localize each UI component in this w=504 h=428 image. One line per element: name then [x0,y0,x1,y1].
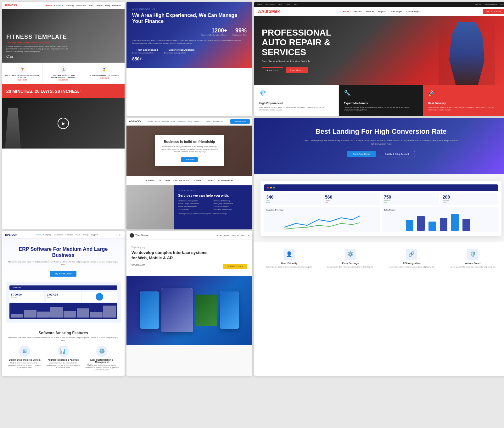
epsilon-feature-1: ⊞ Built-in Drag and drop System Morbi in… [7,346,42,371]
automex-main-nav-services[interactable]: Services [366,10,374,13]
landing-chart-2-title: Sales Report [384,209,496,211]
epsilon-twitter-icon[interactable]: t [116,234,116,236]
automex-service-1-icon: 💎 [259,90,269,100]
landing-stat-4-num: 288 [443,194,496,200]
automex-service-2-title: Expert Mechanics [344,102,418,105]
fitness-nav-about[interactable]: About Us [54,4,63,7]
agencio-challenge-text: Challenges unique opportunities in disgu… [178,213,248,215]
epsilon-nav-team[interactable]: Team [76,234,80,236]
startup-tag: Digital Agency [132,246,247,248]
startup-card: The Startup Home About Services Blog ✕ D… [126,231,252,376]
landing-stat-1: 340 Users +12% [264,193,321,205]
epsilon-nav-pricing[interactable]: Pricing [83,234,88,236]
epsilon-features-title: Software Amazing Features [7,331,120,335]
fitness-feature-3-link[interactable]: CLICK HERE [87,77,122,79]
finance-feature-1: → High Experienced Donec nec justo eget … [132,48,158,54]
automex-nav-create[interactable]: Create Account [484,3,497,5]
startup-nav-home[interactable]: Home [216,234,221,236]
agencio-nav-contact[interactable]: Contact Us [177,121,187,122]
landing-dash-dot-2 [270,187,272,189]
epsilon-feature-2-name: All Data Reporting & Analysis [46,359,81,361]
finance-hero-title: We Area High Experienced, We Can Manage … [132,12,247,24]
automex-main-nav-home[interactable]: Home [343,10,349,13]
agencio-services-image [126,185,174,229]
automex-quote-button[interactable]: GET A QUOTE [483,9,504,14]
landing-setup-button[interactable]: Quickly & Setup Account [379,151,415,157]
agencio-nav-about[interactable]: About [155,121,160,122]
automex-nav-faq[interactable]: FAQ [294,3,298,5]
automex-readmore-button[interactable]: Read More → [286,67,308,73]
automex-hero-subtitle: Best Service Provider For Your Vehicle [262,60,356,63]
landing-feature-2-icon: ⚙️ [345,249,356,260]
epsilon-feature-2-icon: 📊 [58,346,69,357]
epsilon-facebook-icon[interactable]: f [117,234,118,236]
epsilon-dash-card-3 [82,292,117,302]
epsilon-demo-button[interactable]: Try a Free Demo [50,271,77,277]
landing-feature-2-name: Easy Settings [322,262,379,265]
landing-stat-4: 288 Sessions +5% [441,193,498,205]
epsilon-feature-3-name: Easy Customization & Management [84,359,120,363]
epsilon-hero: ERP Software For Medium And Large Busine… [2,239,125,282]
automex-about-button[interactable]: About Us → [262,67,283,73]
fitness-feature-1-link[interactable]: CLICK HERE [4,79,40,81]
automex-main-nav-projects[interactable]: Projects [378,10,386,13]
epsilon-nav-support[interactable]: Support [91,234,98,236]
epsilon-feature-3: ⚙️ Easy Customization & Management Morbi… [84,346,120,371]
automex-nav-login[interactable]: Login [500,3,504,5]
svg-rect-2 [428,222,436,231]
startup-contact-button[interactable]: CONTACT US ↗ [223,264,247,269]
fitness-nav-home[interactable]: Home [46,4,52,7]
agencio-service-8: Front-End Development [214,208,248,210]
automex-main-nav-joomla[interactable]: Joomla Pages [406,10,420,13]
automex-nav-stores[interactable]: Our Stores [266,3,275,5]
agencio-nav-team[interactable]: Team [171,121,175,122]
fitness-nav-training[interactable]: Training [66,4,74,7]
fitness-nav-shop[interactable]: Shop [89,4,94,7]
automex-service-3-text: Lorem ipsum dolor sit amet, consectetur … [428,106,503,111]
epsilon-feature-1-text: Morbi in sem quis dui placerat ornare. P… [7,362,42,369]
epsilon-nav-company[interactable]: Company [43,234,51,236]
agencio-service-1: Illustration & Iconography [178,200,213,202]
automex-main-nav: AAutoMex Home About Us Services Projects… [254,7,504,16]
automex-main-nav-about[interactable]: About Us [353,10,362,13]
fitness-feature-2-link[interactable]: READ MORE [45,79,81,81]
startup-logo: The Startup [130,233,149,238]
landing-feature-4-text: Lorem ipsum dolor sit amet, consectetur … [444,266,502,268]
epsilon-nav-ext[interactable]: Extensions [54,234,63,236]
automex-nav-blog[interactable]: Blog [278,3,282,5]
automex-hero-person [439,16,495,85]
agencio-contact-button[interactable]: CONTACT US [230,119,250,124]
landing-demo-button[interactable]: Ask A Free Demo [347,151,375,157]
agencio-hero: Business is build on friendship Lorem ip… [126,126,252,176]
epsilon-nav-home[interactable]: Home [36,234,41,236]
automex-main-nav-other[interactable]: Other Pages [390,10,402,13]
landing-feature-4-icon: 🛡️ [467,249,479,260]
startup-nav-about[interactable]: About [224,234,229,236]
fitness-promo-text: 20 MINUTES. 20 DAYS. 20 INCHES.↑ [6,89,81,94]
automex-nav-find[interactable]: Find us [475,3,481,5]
fitness-nav-blog[interactable]: Blog [105,4,110,7]
agencio-hero-body: Lorem ipsum is simply dummy text of the … [160,145,218,153]
finance-hero: WHY CHOOSE US We Area High Experienced, … [126,2,252,68]
startup-nav-services[interactable]: Services [232,234,239,236]
fitness-nav-instructors[interactable]: Instructors [76,4,87,7]
startup-nav-blog[interactable]: Blog [241,234,245,236]
agencio-nav-home[interactable]: Home [148,121,153,122]
epsilon-dash-card-2: 1 927.28 Sales [46,292,81,302]
agencio-nav-services[interactable]: Services [161,121,169,122]
fitness-play-button[interactable]: ▶ [58,118,69,129]
epsilon-nav-features[interactable]: Features [65,234,73,236]
automex-nav-contact[interactable]: Contact [285,3,291,5]
epsilon-google-icon[interactable]: g+ [119,234,121,236]
landing-feature-1: 👤 User Friendly Lorem ipsum dolor sit am… [260,249,318,268]
epsilon-card: EPSILON Home Company Extensions Features… [2,231,125,376]
automex-nav-about[interactable]: About [257,3,262,5]
agencio-nav-blog[interactable]: Blog [188,121,192,122]
fitness-nav-elements[interactable]: Elements [112,4,121,7]
agencio-services-tag: OUR SERVICES [178,190,248,192]
landing-chart-area: Analytics Overview Sales Report [264,207,498,232]
agencio-nav-pages[interactable]: Pages [194,121,199,122]
finance-feature-1-text: Donec nec justo eget felis [132,52,158,54]
fitness-nav-pages[interactable]: Pages [97,4,103,7]
agencio-learn-more-button[interactable]: Learn More [181,157,198,162]
